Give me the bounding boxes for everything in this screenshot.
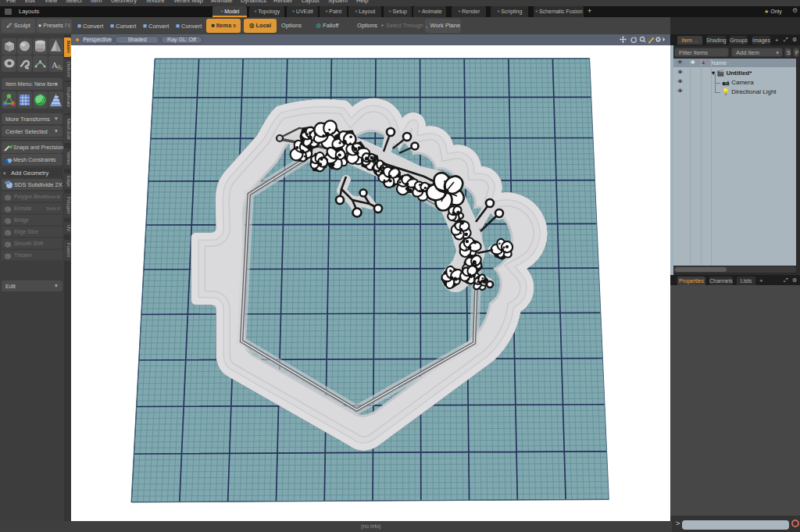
svg-text:&: &: [57, 63, 62, 71]
